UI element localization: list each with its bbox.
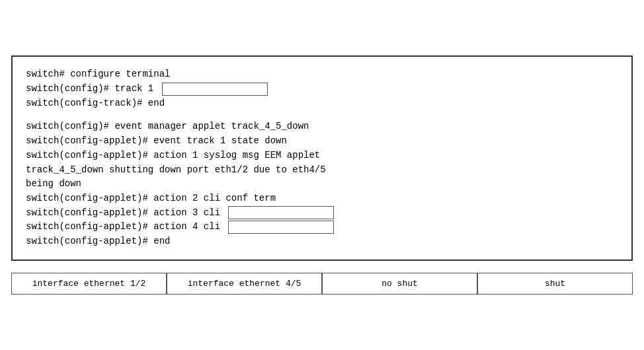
- terminal-line-3: switch(config-track)# end: [26, 96, 618, 111]
- action-buttons-row: interface ethernet 1/2 interface etherne…: [11, 273, 633, 295]
- line-text-3: switch(config-track)# end: [26, 96, 165, 111]
- line-text-9: switch(config-applet)# action 2 cli conf…: [26, 192, 276, 206]
- line-text-7: track_4_5_down shutting down port eth1/2…: [26, 163, 326, 178]
- action4-input[interactable]: [228, 221, 334, 234]
- spacer: [26, 110, 618, 120]
- terminal-container: switch# configure terminal switch(config…: [11, 55, 633, 260]
- terminal-line-9: switch(config-applet)# action 2 cli conf…: [26, 192, 618, 206]
- btn-shut[interactable]: shut: [477, 273, 633, 295]
- btn-interface-4-5[interactable]: interface ethernet 4/5: [167, 273, 322, 295]
- line-text-4: switch(config)# event manager applet tra…: [26, 120, 309, 134]
- line-text-2: switch(config)# track 1: [26, 82, 159, 96]
- btn-interface-1-2[interactable]: interface ethernet 1/2: [11, 273, 167, 295]
- line-text-1: switch# configure terminal: [26, 67, 170, 82]
- line-text-5: switch(config-applet)# event track 1 sta…: [26, 134, 287, 149]
- line-text-11: switch(config-applet)# action 4 cli: [26, 220, 225, 234]
- btn-no-shut[interactable]: no shut: [322, 273, 477, 295]
- terminal-text: switch# configure terminal switch(config…: [26, 67, 618, 248]
- line-text-8: being down: [26, 177, 81, 192]
- terminal-line-7: track_4_5_down shutting down port eth1/2…: [26, 163, 618, 178]
- line-text-10: switch(config-applet)# action 3 cli: [26, 206, 225, 221]
- track-input[interactable]: [162, 83, 268, 96]
- terminal-line-1: switch# configure terminal: [26, 67, 618, 82]
- terminal-line-8: being down: [26, 177, 618, 192]
- line-text-12: switch(config-applet)# end: [26, 234, 170, 249]
- terminal-line-4: switch(config)# event manager applet tra…: [26, 120, 618, 134]
- action3-input[interactable]: [228, 206, 334, 219]
- terminal-line-6: switch(config-applet)# action 1 syslog m…: [26, 149, 618, 163]
- terminal-line-12: switch(config-applet)# end: [26, 234, 618, 249]
- terminal-line-11: switch(config-applet)# action 4 cli: [26, 220, 618, 234]
- line-text-6: switch(config-applet)# action 1 syslog m…: [26, 149, 320, 163]
- terminal-line-2: switch(config)# track 1: [26, 82, 618, 96]
- terminal-line-10: switch(config-applet)# action 3 cli: [26, 206, 618, 221]
- terminal-line-5: switch(config-applet)# event track 1 sta…: [26, 134, 618, 149]
